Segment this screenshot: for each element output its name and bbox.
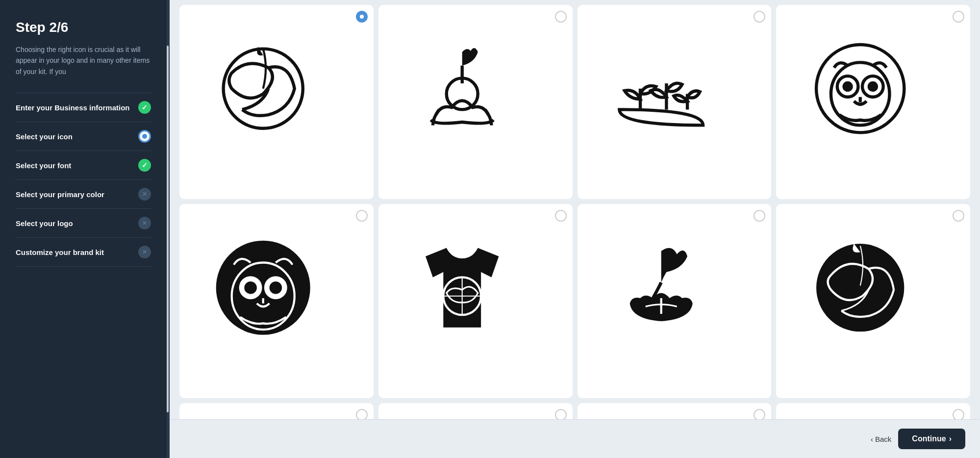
nav-status-icon-completed (138, 101, 151, 114)
icon-card-8[interactable] (776, 204, 970, 398)
radio-button-5 (356, 210, 368, 222)
nav-status-icon-completed (138, 159, 151, 172)
radio-button-4 (953, 11, 964, 23)
icon-card-6[interactable] (378, 204, 573, 398)
nav-status-icon-inactive (138, 246, 151, 258)
sidebar-item-business-info[interactable]: Enter your Business information (16, 93, 151, 122)
back-button[interactable]: ‹ Back (871, 435, 891, 443)
sidebar-item-label: Select your logo (16, 219, 73, 228)
icon-grid (179, 5, 970, 458)
radio-button-12 (953, 409, 964, 421)
svg-point-13 (270, 281, 282, 294)
main-content: ‹ Back Continue › (170, 0, 980, 458)
sidebar-description: Choosing the right icon is crucial as it… (16, 44, 151, 77)
sidebar-nav: Enter your Business informationSelect yo… (16, 93, 151, 267)
icon-card-3[interactable] (578, 5, 772, 199)
icon-grid-container[interactable] (170, 0, 980, 458)
radio-button-7 (754, 210, 765, 222)
icon-image-5 (211, 235, 342, 366)
sidebar-item-select-logo[interactable]: Select your logo (16, 209, 151, 238)
radio-button-6 (555, 210, 567, 222)
radio-button-3 (754, 11, 765, 23)
sidebar-item-label: Select your font (16, 161, 71, 170)
radio-button-10 (555, 409, 567, 421)
sidebar-item-label: Select your icon (16, 132, 73, 141)
sidebar-item-primary-color[interactable]: Select your primary color (16, 180, 151, 209)
radio-button-11 (754, 409, 765, 421)
sidebar: Step 2/6 Choosing the right icon is cruc… (0, 0, 167, 458)
icon-card-4[interactable] (776, 5, 970, 199)
sidebar-item-label: Customize your brand kit (16, 248, 104, 256)
radio-button-8 (953, 210, 964, 222)
nav-status-icon-inactive (138, 188, 151, 201)
sidebar-item-select-font[interactable]: Select your font (16, 151, 151, 180)
nav-status-icon-inactive (138, 217, 151, 229)
icon-image-1 (211, 36, 342, 167)
svg-point-12 (245, 281, 257, 294)
icon-image-7 (609, 235, 740, 366)
sidebar-divider (167, 46, 169, 412)
sidebar-item-label: Enter your Business information (16, 103, 130, 112)
icon-image-2 (410, 36, 541, 167)
back-label: Back (875, 435, 891, 443)
icon-image-4 (808, 36, 939, 167)
sidebar-item-label: Select your primary color (16, 190, 104, 199)
sidebar-item-brand-kit[interactable]: Customize your brand kit (16, 238, 151, 267)
icon-image-8 (808, 235, 939, 366)
svg-point-7 (867, 81, 878, 92)
continue-label: Continue (912, 434, 946, 443)
continue-chevron-icon: › (949, 434, 952, 443)
icon-card-1[interactable] (179, 5, 374, 199)
radio-button-1 (356, 11, 368, 23)
radio-button-9 (356, 409, 368, 421)
svg-point-6 (842, 81, 853, 92)
radio-button-2 (555, 11, 567, 23)
nav-status-icon-active (138, 130, 151, 143)
icon-image-3 (609, 36, 740, 167)
svg-point-9 (232, 263, 295, 330)
icon-card-2[interactable] (378, 5, 573, 199)
icon-card-7[interactable] (578, 204, 772, 398)
step-title: Step 2/6 (16, 20, 151, 35)
bottom-bar: ‹ Back Continue › (170, 419, 980, 458)
sidebar-item-select-icon[interactable]: Select your icon (16, 122, 151, 151)
icon-image-6 (410, 235, 541, 366)
continue-button[interactable]: Continue › (898, 429, 965, 449)
back-chevron-icon: ‹ (871, 435, 873, 443)
icon-card-5[interactable] (179, 204, 374, 398)
